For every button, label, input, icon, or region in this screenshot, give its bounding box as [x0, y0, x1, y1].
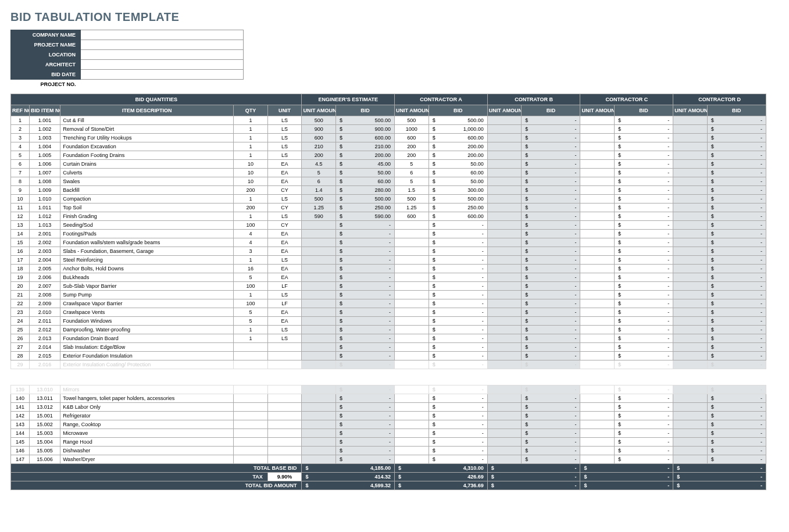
table-row: 272.014Slab Insulation: Edge/Blow----- [11, 343, 766, 352]
table-row: 282.015Exterior Foundation Insulation---… [11, 352, 766, 360]
hdr-ca: CONTRACTOR A [395, 94, 488, 105]
hdr-b-ua: UNIT AMOUNT [487, 105, 522, 116]
label-architect: ARCHITECT [11, 60, 81, 70]
table-row: 111.011Top Soil200CY1.25250.001.25250.00… [11, 203, 766, 212]
hdr-desc: ITEM DESCRIPTION [60, 105, 234, 116]
label-projectno: PROJECT NO. [11, 80, 81, 90]
hdr-c-ua: UNIT AMOUNT [580, 105, 615, 116]
label-project: PROJECT NAME [11, 40, 81, 50]
hdr-bid-quantities: BID QUANTITIES [11, 94, 302, 105]
value-company[interactable] [81, 30, 244, 40]
value-architect[interactable] [81, 60, 244, 70]
value-projectno[interactable] [81, 80, 244, 90]
table-row: 14715.006Washer/Dryer----- [11, 455, 766, 464]
table-row: 242.011Foundation Windows5EA----- [11, 317, 766, 326]
table-row: 202.007Sub-Slab Vapor Barrier100LF----- [11, 282, 766, 291]
hdr-ref: REF NO. [11, 105, 30, 116]
table-row: 232.010Crawlspace Vents5EA----- [11, 308, 766, 317]
table-row: 21.002Removal of Stone/Dirt1LS900900.001… [11, 125, 766, 134]
table-row: 192.006BuLkheads5EA----- [11, 273, 766, 282]
table-row: 81.008Swales10EA660.00550.00--- [11, 177, 766, 186]
hdr-cc: CONTRACTOR C [580, 94, 673, 105]
table-row: 14515.004Range Hood----- [11, 438, 766, 447]
value-project[interactable] [81, 40, 244, 50]
row-total-bid: TOTAL BID AMOUNT 4,599.32 4,736.69 - - - [11, 481, 766, 490]
table-row: 31.003Trenching For Utility Hookups1LS60… [11, 134, 766, 142]
table-row: 212.008Sump Pump1LS----- [11, 291, 766, 299]
label-biddate: BID DATE [11, 70, 81, 80]
hdr-unit: UNIT [267, 105, 302, 116]
table-row: 11.001Cut & Fill1LS500500.00500500.00--- [11, 116, 766, 125]
hdr-biditem: BID ITEM NO. [29, 105, 60, 116]
value-location[interactable] [81, 50, 244, 60]
table-row: 14315.002Range, Cooktop----- [11, 420, 766, 429]
table-row: 262.013Foundation Drain Board1LS----- [11, 334, 766, 343]
table-row: 172.004Steel Reinforcing1LS----- [11, 256, 766, 265]
table-row: 121.012Finish Grading1LS590590.00600600.… [11, 212, 766, 221]
table-row: 101.010Compaction1LS500500.00500500.00--… [11, 195, 766, 203]
hdr-a-bid: BID [429, 105, 487, 116]
table-row: 51.005Foundation Footing Drains1LS200200… [11, 151, 766, 160]
table-row: 222.009Crawlspace Vapor Barrier100LF----… [11, 299, 766, 308]
tax-rate[interactable]: 9.90% [267, 473, 302, 481]
hdr-a-ua: UNIT AMOUNT [395, 105, 429, 116]
table-row: 14215.001Refrigerator----- [11, 412, 766, 420]
table-row: 14415.003Microwave----- [11, 429, 766, 438]
hdr-e-ua: UNIT AMOUNT [302, 105, 336, 116]
hdr-d-ua: UNIT AMOUNT [673, 105, 708, 116]
hdr-e-bid: BID [335, 105, 394, 116]
table-row: 41.004Foundation Excavation1LS210210.002… [11, 142, 766, 151]
table-row-fade: 292.016Exterior Insulation Coating/ Prot… [11, 360, 766, 369]
table-row: 182.005Anchor Bolts, Hold Downs16EA----- [11, 265, 766, 273]
hdr-b-bid: BID [522, 105, 580, 116]
value-biddate[interactable] [81, 70, 244, 80]
hdr-c-bid: BID [615, 105, 673, 116]
table-row-fade: 13913.010Mirrors ----- [11, 385, 766, 394]
table-row: 61.006Curtain Drains10EA4.545.00550.00--… [11, 160, 766, 169]
label-company: COMPANY NAME [11, 30, 81, 40]
bid-table: BID QUANTITIES ENGINEER'S ESTIMATE CONTR… [10, 94, 766, 490]
table-row: 162.003Slabs - Foundation, Basement, Gar… [11, 247, 766, 256]
table-row: 131.013Seeding/Sod100CY----- [11, 221, 766, 230]
table-row: 142.001Footings/Pads4EA----- [11, 230, 766, 238]
table-row: 14013.011Towel hangers, toliet paper hol… [11, 394, 766, 403]
hdr-qty: QTY [234, 105, 268, 116]
project-info-table: COMPANY NAME PROJECT NAME LOCATION ARCHI… [10, 30, 244, 89]
table-row: 152.002Foundation walls/stem walls/grade… [11, 238, 766, 247]
table-row: 71.007Culverts10EA550.00660.00--- [11, 169, 766, 177]
table-row: 14615.005Dishwasher----- [11, 447, 766, 455]
hdr-cd: CONTRACTOR D [673, 94, 766, 105]
row-total-base: TOTAL BASE BID 4,185.00 4,310.00 - - - [11, 464, 766, 473]
hdr-d-bid: BID [707, 105, 766, 116]
page-title: BID TABULATION TEMPLATE [10, 10, 779, 24]
label-location: LOCATION [11, 50, 81, 60]
table-row: 252.012Damproofing, Water-proofing1LS---… [11, 326, 766, 334]
hdr-engineer: ENGINEER'S ESTIMATE [302, 94, 395, 105]
hdr-cb: CONTRATOR B [487, 94, 580, 105]
table-row: 14113.012K&B Labor Only----- [11, 403, 766, 412]
row-tax: TAX 9.90% 414.32 426.69 - - - [11, 473, 766, 481]
table-row: 91.009Backfill200CY1.4280.001.5300.00--- [11, 186, 766, 195]
